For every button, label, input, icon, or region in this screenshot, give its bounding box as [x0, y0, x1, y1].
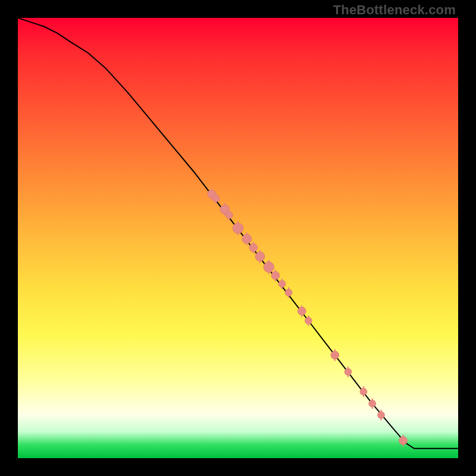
data-point [233, 223, 243, 234]
data-point [360, 388, 367, 395]
data-point [271, 271, 280, 280]
data-point [285, 289, 292, 296]
data-point [331, 351, 339, 359]
plot-area [18, 18, 458, 458]
data-point [249, 243, 258, 252]
data-point [226, 212, 233, 219]
chart-frame: TheBottleneck.com [0, 0, 476, 476]
data-point [264, 262, 274, 273]
data-point [298, 307, 306, 315]
data-point [378, 411, 385, 418]
chart-svg [18, 18, 458, 458]
data-point [212, 195, 220, 202]
data-point [305, 317, 312, 324]
data-point [278, 280, 286, 287]
scatter-points [208, 188, 408, 446]
data-point [345, 368, 352, 375]
watermark-text: TheBottleneck.com [333, 2, 456, 18]
data-point [242, 234, 252, 243]
data-point [369, 400, 376, 407]
data-point [255, 252, 265, 261]
data-point [399, 436, 408, 444]
